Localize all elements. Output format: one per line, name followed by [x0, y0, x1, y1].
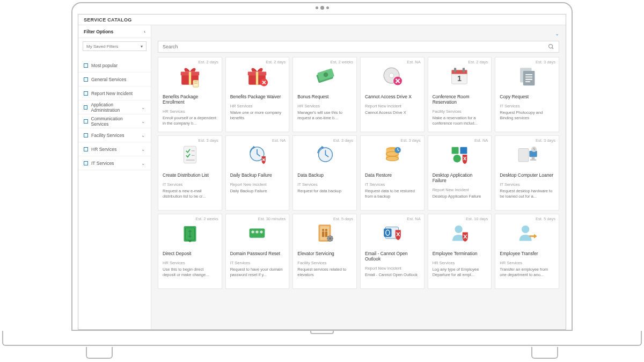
catalog-card[interactable]: Est. NA Desktop Application Failure Repo…	[428, 135, 492, 211]
catalog-card[interactable]: Est. 2 days Benefits Package Enrollment …	[158, 57, 222, 132]
search-icon[interactable]	[548, 44, 554, 50]
catalog-card[interactable]: Est. 5 days Employee Transfer HR Service…	[495, 214, 559, 289]
card-category: IT Services	[163, 182, 217, 187]
card-description: Enroll yourself or a dependent in the co…	[163, 115, 217, 126]
checkbox-icon[interactable]	[84, 133, 88, 137]
card-category: HR Services	[297, 104, 352, 108]
catalog-card[interactable]: Est. 2 weeks Direct Deposit HR Services …	[158, 214, 222, 289]
card-category: Report New Incident	[365, 266, 420, 271]
svg-rect-4	[189, 71, 191, 84]
card-title: Elevator Servicing	[297, 251, 352, 256]
card-description: Email - Cannot Open Outlook	[365, 272, 420, 277]
clock-icon	[297, 139, 352, 170]
chevron-down-icon: ⌄	[141, 147, 145, 152]
filter-options-header[interactable]: Filter Options ‹	[78, 25, 151, 38]
card-category: Facility Services	[433, 109, 487, 114]
card-category: Report New Incident	[433, 187, 487, 192]
card-title: Bonus Request	[297, 94, 352, 99]
checkbox-icon[interactable]	[84, 105, 87, 110]
computer-icon	[500, 139, 554, 170]
catalog-card[interactable]: Est. 2 days Benefits Package Waiver HR S…	[225, 57, 290, 132]
card-category: IT Services	[500, 104, 554, 108]
card-estimate: Est. NA	[407, 60, 420, 64]
card-description: Use this to begin direct deposit or make…	[163, 267, 217, 277]
card-category: HR Services	[163, 260, 217, 265]
svg-marker-60	[534, 234, 537, 238]
card-description: Request to have your domain password res…	[230, 267, 285, 277]
card-description: Daily Backup Failure	[230, 189, 285, 193]
search-bar[interactable]	[158, 41, 559, 53]
filter-item-report-new-incident[interactable]: Report New Incident	[78, 86, 151, 100]
card-title: Data Restore	[365, 172, 420, 178]
filter-item-general-services[interactable]: General Services	[78, 73, 151, 86]
svg-rect-5	[193, 80, 199, 87]
gift-icon	[163, 61, 217, 92]
collapse-toggle-icon[interactable]: ⌄	[555, 31, 559, 37]
card-title: Cannot Access Drive X	[365, 94, 420, 99]
catalog-card[interactable]: Est. 2 days 1 Conference Room Reservatio…	[428, 57, 492, 132]
calendar-icon: 1	[433, 61, 487, 92]
card-description: Cannot Access Drive X	[365, 110, 420, 115]
person-arrow-icon	[500, 218, 554, 249]
catalog-card[interactable]: Est. 3 days Data Restore IT Services Req…	[360, 135, 425, 211]
svg-rect-22	[523, 71, 535, 85]
chevron-down-icon: ⌄	[141, 119, 145, 124]
filter-item-application-administration[interactable]: Application Administration ⌄	[78, 100, 151, 114]
filter-label: Facility Services	[91, 133, 124, 138]
checkbox-icon[interactable]	[84, 77, 88, 82]
catalog-card[interactable]: Est. 5 days Elevator Servicing Facility …	[292, 214, 357, 289]
catalog-card[interactable]: Est. 30 minutes *** Domain Password Rese…	[225, 214, 290, 289]
catalog-card[interactable]: Est. 3 days Desktop Computer Loaner IT S…	[495, 135, 559, 211]
svg-text:1: 1	[457, 74, 462, 83]
catalog-card[interactable]: Est. NA Email - Cannot Open Outlook Repo…	[360, 214, 425, 289]
catalog-card[interactable]: Est. 2 weeks Bonus Request HR Services M…	[292, 57, 357, 132]
filter-item-it-services[interactable]: IT Services ⌄	[78, 156, 151, 170]
card-estimate: Est. NA	[272, 138, 286, 143]
card-estimate: Est. 2 weeks	[330, 60, 353, 64]
filter-item-most-popular[interactable]: Most popular	[78, 59, 151, 73]
catalog-card[interactable]: Est. 3 days Copy Request IT Services Req…	[495, 57, 559, 132]
card-estimate: Est. NA	[474, 138, 488, 143]
card-estimate: Est. 2 days	[468, 60, 488, 64]
card-estimate: Est. 2 days	[266, 60, 286, 64]
chevron-down-icon: ⌄	[141, 105, 145, 110]
saved-filters-dropdown[interactable]: My Saved Filters ▾	[83, 41, 147, 51]
card-title: Benefits Package Enrollment	[163, 94, 217, 105]
card-estimate: Est. 3 days	[536, 60, 555, 64]
filter-item-facility-services[interactable]: Facility Services ⌄	[78, 128, 151, 142]
filter-item-hr-services[interactable]: HR Services ⌄	[78, 142, 151, 156]
caret-down-icon: ▾	[141, 44, 143, 49]
card-description: Request for data backup	[297, 189, 352, 193]
disc-x-icon	[365, 61, 420, 92]
checkbox-icon[interactable]	[84, 119, 88, 124]
filter-label: IT Services	[91, 161, 114, 166]
card-title: Desktop Computer Loaner	[500, 172, 554, 178]
checkbox-icon[interactable]	[84, 161, 88, 165]
catalog-card[interactable]: Est. NA Cannot Access Drive X Report New…	[360, 57, 425, 132]
checkbox-icon[interactable]	[84, 147, 88, 151]
card-description: Request Photocopy and Binding services	[500, 110, 554, 120]
checkbox-icon[interactable]	[84, 91, 88, 96]
card-category: Facility Services	[297, 260, 352, 265]
card-estimate: Est. NA	[407, 216, 420, 221]
card-title: Employee Transfer	[500, 251, 554, 256]
catalog-card[interactable]: Est. NA Daily Backup Failure Report New …	[225, 135, 290, 211]
svg-point-14	[389, 73, 394, 78]
svg-rect-36	[460, 147, 467, 154]
card-description: Request a new e-mail distribution list t…	[163, 189, 217, 199]
catalog-card[interactable]: Est. 3 days Data Backup IT Services Requ…	[292, 135, 357, 211]
svg-rect-41	[530, 160, 537, 161]
svg-point-0	[549, 45, 553, 48]
checkbox-icon[interactable]	[84, 63, 88, 68]
catalog-card[interactable]: Est. 10 days Employee Termination HR Ser…	[428, 214, 492, 289]
card-category: IT Services	[230, 260, 285, 265]
search-input[interactable]	[163, 44, 548, 49]
svg-rect-18	[454, 68, 456, 73]
card-description: Make a reservation for a conference room…	[433, 115, 487, 126]
sidebar: Filter Options ‹ My Saved Filters ▾ Most…	[78, 25, 151, 329]
card-description: Desktop Application Failure	[433, 194, 487, 199]
catalog-card[interactable]: Est. 3 days Create Distribution List IT …	[158, 135, 222, 211]
filter-item-communication-services[interactable]: Communication Services ⌄	[78, 114, 151, 128]
card-category: HR Services	[163, 109, 217, 114]
clock-shield-icon	[230, 139, 285, 170]
